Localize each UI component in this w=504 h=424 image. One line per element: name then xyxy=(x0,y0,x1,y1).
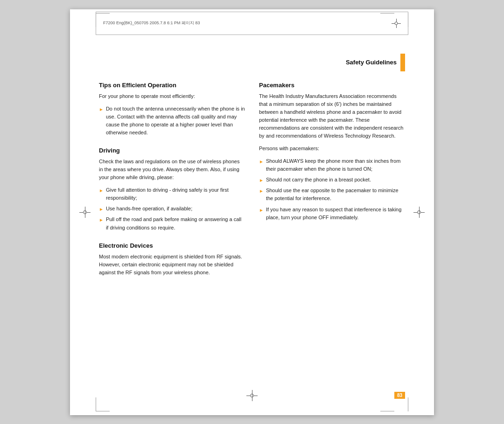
right-crosshair-icon xyxy=(413,207,425,218)
bullet-arrow-icon: ► xyxy=(99,216,104,224)
file-info: F7200 Eng(BK)_050705 2005.7.8 6:1 PM 페이지… xyxy=(103,20,200,26)
tips-bullets: ► Do not touch the antenna unnecessarily… xyxy=(99,105,245,137)
electronic-heading: Electronic Devices xyxy=(99,242,245,249)
corner-tl-h-line xyxy=(96,13,110,14)
driving-bullets: ► Give full attention to driving - drivi… xyxy=(99,186,245,232)
list-item: ► Pull off the road and park before maki… xyxy=(99,215,245,231)
page-number: 83 xyxy=(394,392,405,399)
corner-br-v-line xyxy=(408,397,408,411)
list-item: ► Should not carry the phone in a breast… xyxy=(259,176,405,184)
bullet-arrow-icon: ► xyxy=(259,158,264,166)
section-driving: Driving Check the laws and regulations o… xyxy=(99,147,245,232)
list-item: ► Give full attention to driving - drivi… xyxy=(99,186,245,202)
pacemakers-bullets: ► Should ALWAYS keep the phone more than… xyxy=(259,157,405,222)
pacemakers-heading: Pacemakers xyxy=(259,82,405,89)
tips-heading: Tips on Efficient Operation xyxy=(99,82,245,89)
list-item: ► Should ALWAYS keep the phone more than… xyxy=(259,157,405,173)
bottom-crosshair-icon xyxy=(246,390,258,401)
list-item: ► Do not touch the antenna unnecessarily… xyxy=(99,105,245,137)
bullet-text: Use hands-free operation, if available; xyxy=(106,205,245,213)
header-box: F7200 Eng(BK)_050705 2005.7.8 6:1 PM 페이지… xyxy=(96,12,408,35)
list-item: ► Should use the ear opposite to the pac… xyxy=(259,187,405,202)
section-pacemakers: Pacemakers The Health Industry Manufactu… xyxy=(259,82,405,222)
bullet-arrow-icon: ► xyxy=(259,207,264,214)
corner-tl-v-line xyxy=(96,13,96,27)
list-item: ► If you have any reason to suspect that… xyxy=(259,206,405,222)
section-tips: Tips on Efficient Operation For your pho… xyxy=(99,82,245,137)
tips-intro: For your phone to operate most efficient… xyxy=(99,92,245,100)
electronic-intro: Most modern electronic equipment is shie… xyxy=(99,253,245,277)
bullet-arrow-icon: ► xyxy=(99,187,104,195)
pacemakers-intro: The Health Industry Manufacturers Associ… xyxy=(259,92,405,140)
left-crosshair-icon xyxy=(79,207,91,218)
safety-guidelines-title: Safety Guidelines xyxy=(346,59,397,66)
bullet-text: Pull off the road and park before making… xyxy=(106,215,245,231)
bullet-text: Should not carry the phone in a breast p… xyxy=(266,176,405,184)
corner-tr-v-line xyxy=(408,13,408,27)
corner-tr-h-line xyxy=(380,13,394,14)
corner-br-h-line xyxy=(380,411,394,411)
bullet-arrow-icon: ► xyxy=(259,188,264,195)
bullet-arrow-icon: ► xyxy=(99,106,104,113)
driving-intro: Check the laws and regulations on the us… xyxy=(99,158,245,181)
bullet-text: Do not touch the antenna unnecessarily w… xyxy=(106,105,245,137)
corner-bl-v-line xyxy=(96,397,96,411)
persons-label: Persons with pacemakers: xyxy=(259,145,405,153)
safety-bar-accent xyxy=(400,54,405,71)
left-column: Tips on Efficient Operation For your pho… xyxy=(99,82,245,378)
safety-guidelines-header: Safety Guidelines xyxy=(346,54,405,71)
right-crosshair-circle xyxy=(417,210,421,214)
right-column: Pacemakers The Health Industry Manufactu… xyxy=(259,82,405,378)
header-crosshair-icon xyxy=(392,19,401,28)
left-crosshair-circle xyxy=(83,210,87,214)
page: F7200 Eng(BK)_050705 2005.7.8 6:1 PM 페이지… xyxy=(70,9,434,415)
bullet-text: Should use the ear opposite to the pacem… xyxy=(266,187,405,202)
list-item: ► Use hands-free operation, if available… xyxy=(99,205,245,213)
bullet-text: Give full attention to driving - driving… xyxy=(106,186,245,202)
bullet-text: Should ALWAYS keep the phone more than s… xyxy=(266,157,405,173)
bottom-crosshair-circle xyxy=(250,394,254,397)
corner-bl-h-line xyxy=(96,411,110,411)
section-electronic: Electronic Devices Most modern electroni… xyxy=(99,242,245,277)
bullet-arrow-icon: ► xyxy=(259,177,264,184)
bullet-arrow-icon: ► xyxy=(99,206,104,213)
main-content: Tips on Efficient Operation For your pho… xyxy=(99,82,405,378)
driving-heading: Driving xyxy=(99,147,245,154)
bullet-text: If you have any reason to suspect that i… xyxy=(266,206,405,222)
